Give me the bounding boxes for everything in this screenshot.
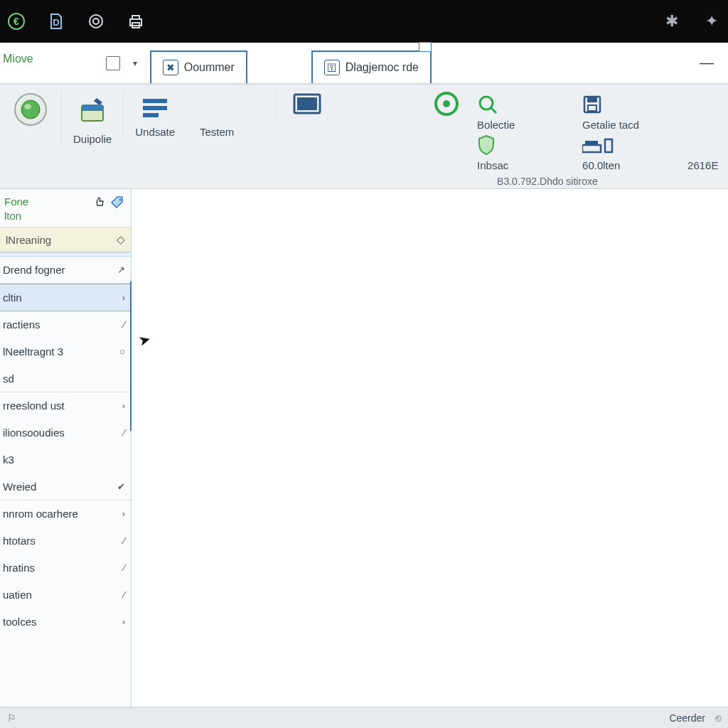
grid-cell-3 (687, 93, 728, 131)
svg-point-3 (90, 15, 102, 28)
chevron-icon: › (122, 508, 125, 519)
main-area: Fone lton lNreaning ◇ Drend fogner↗cltin… (0, 189, 728, 707)
section-label: lNreaning (6, 234, 51, 246)
sidebar-section[interactable]: lNreaning ◇ (0, 227, 131, 252)
tab-2[interactable]: ⚿ Dlagjemoc rde (311, 50, 432, 83)
printer-icon[interactable] (125, 11, 146, 32)
sidebar-item[interactable]: Drend fogner↗ (0, 257, 131, 284)
toolbar-item-2[interactable]: Duipolie (61, 90, 123, 145)
pin-icon[interactable]: ✦ (701, 11, 722, 32)
wrench-icon: ✖ (163, 60, 178, 75)
sidebar-item[interactable]: ractiens∕ (0, 311, 131, 338)
sidebar-item[interactable]: htotars∕ (0, 528, 131, 555)
svg-rect-26 (585, 141, 598, 145)
sidebar-title-2: lton (4, 210, 21, 222)
svg-point-19 (443, 100, 450, 107)
svg-point-9 (21, 100, 40, 119)
chevron-icon: ∕ (124, 427, 125, 438)
app-icon[interactable]: € (6, 11, 27, 32)
sidebar-item-label: ractiens (3, 318, 41, 331)
sidebar-item[interactable]: Wreied✔ (0, 473, 131, 500)
toolbar-item-3[interactable]: Undsate (123, 90, 186, 138)
grid-cell-5[interactable]: 60.0lten (582, 134, 682, 171)
sidebar-item-label: htotars (3, 535, 36, 547)
sidebar-item-label: nnrom ocarhere (3, 508, 78, 520)
svg-rect-15 (143, 113, 159, 117)
svg-text:D: D (53, 17, 59, 28)
grid-cell-4[interactable]: Inbsac (477, 134, 577, 171)
monitor-icon (288, 90, 326, 117)
sidebar-item-label: rreeslond ust (3, 400, 65, 412)
sidebar-item-label: cltin (3, 291, 22, 304)
chevron-icon: ∕ (124, 535, 125, 546)
toolbar-subtext: B3.0.792.Dhdo sitiroxe (477, 174, 728, 187)
dropdown-caret-icon[interactable]: ▾ (133, 58, 137, 68)
tab-strip: Miove ▾ ✖ Ooummer ⚿ Dlagjemoc rde — (0, 43, 728, 84)
doc-d-icon[interactable]: D (46, 11, 67, 32)
toolbar-label: Duipolie (73, 133, 112, 145)
chevron-icon: › (122, 616, 125, 627)
status-bar: ⚐ Ceerder ⎋ (0, 707, 728, 728)
toolbar-item-1[interactable] (0, 90, 61, 133)
chevron-icon: ↗ (117, 264, 125, 275)
chevron-icon: ∕ (124, 589, 125, 600)
save-icon (582, 93, 602, 116)
chevron-icon: ∕ (124, 562, 125, 573)
toolbar-item-6[interactable] (416, 90, 477, 117)
sidebar-item[interactable]: cltin› (0, 284, 131, 311)
box-icon (73, 90, 112, 129)
sidebar-item[interactable]: hratins∕ (0, 555, 131, 582)
svg-line-21 (491, 108, 496, 113)
sidebar-item[interactable]: sd (0, 365, 131, 392)
stack-icon (582, 134, 614, 156)
hand-icon[interactable] (94, 195, 107, 210)
sidebar-item-label: toolces (3, 616, 37, 628)
svg-rect-14 (143, 106, 167, 110)
sidebar-item[interactable]: nnrom ocarhere› (0, 500, 131, 528)
title-bar: € D ✱ ✦ (0, 0, 728, 43)
link-icon[interactable]: ⎋ (715, 712, 721, 724)
toolbar-item-5[interactable] (276, 90, 338, 117)
svg-rect-23 (587, 97, 597, 102)
ring-off-icon[interactable]: ✱ (661, 11, 682, 32)
tab-label: Dlagjemoc rde (346, 61, 419, 74)
svg-rect-6 (132, 16, 139, 19)
sidebar-item[interactable]: ilionsooudies∕ (0, 419, 131, 446)
chevron-icon: ◇ (117, 233, 125, 246)
svg-rect-25 (582, 145, 601, 152)
minimize-icon[interactable]: — (700, 55, 714, 71)
tab-1[interactable]: ✖ Ooummer (150, 50, 247, 83)
grid-cell-6[interactable]: 2616E (687, 134, 728, 171)
svg-point-28 (119, 199, 122, 201)
record-icon (11, 90, 50, 129)
sidebar-header: Fone lton (0, 189, 131, 227)
cursor-icon: ➤ (136, 330, 153, 350)
grid-label: 2616E (687, 159, 718, 171)
flag-icon[interactable]: ⚐ (7, 712, 16, 724)
tag-icon[interactable] (109, 195, 125, 210)
toolbar-item-4[interactable]: Testem (186, 90, 247, 138)
chevron-icon: › (122, 292, 125, 303)
sidebar-item[interactable]: uatien∕ (0, 582, 131, 609)
sidebar-item[interactable]: lNeeltragnt 3○ (0, 338, 131, 365)
toolbar-label: Undsate (135, 126, 175, 138)
sidebar-item[interactable]: rreeslond ust› (0, 392, 131, 419)
grid-label: Bolectie (477, 119, 515, 131)
target-icon[interactable] (85, 11, 107, 32)
status-label: Ceerder (669, 712, 705, 724)
sidebar: Fone lton lNreaning ◇ Drend fogner↗cltin… (0, 189, 132, 707)
sidebar-item-label: Wreied (3, 481, 36, 493)
grid-cell-1[interactable]: Bolectie (477, 93, 577, 131)
grid-cell-2[interactable]: Getalie tacd (582, 93, 682, 131)
sidebar-item[interactable]: k3 (0, 446, 131, 473)
page-icon[interactable] (106, 56, 120, 70)
grid-label: Inbsac (477, 159, 508, 171)
content-area[interactable]: ➤ (132, 189, 728, 707)
sidebar-title-1: Fone (4, 196, 28, 208)
sidebar-item[interactable]: toolces› (0, 609, 131, 636)
sidebar-item-label: ilionsooudies (3, 427, 65, 439)
menu-label[interactable]: Miove (0, 53, 42, 74)
svg-text:€: € (14, 16, 19, 27)
chevron-icon: ○ (119, 346, 125, 357)
sidebar-list: Drend fogner↗cltin›ractiens∕lNeeltragnt … (0, 257, 131, 636)
